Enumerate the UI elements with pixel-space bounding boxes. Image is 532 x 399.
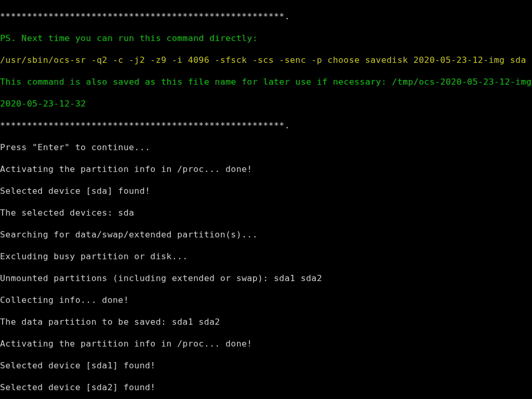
- selected-line: Selected device [sda] found!: [0, 185, 532, 196]
- screen: <Ok> <Cancel> **************************…: [0, 0, 532, 399]
- excluding-line: Excluding busy partition or disk...: [0, 251, 532, 262]
- hint-intro-line: PS. Next time you can run this command d…: [0, 33, 532, 44]
- searching-line: Searching for data/swap/extended partiti…: [0, 229, 532, 240]
- selected-line-3: Selected device [sda2] found!: [0, 382, 532, 393]
- unmounted-line: Unmounted partitions (including extended…: [0, 273, 532, 284]
- activating-line: Activating the partition info in /proc..…: [0, 164, 532, 175]
- terminal-output: ****************************************…: [0, 0, 532, 399]
- activating-line-2: Activating the partition info in /proc..…: [0, 338, 532, 349]
- press-enter-line: Press "Enter" to continue...: [0, 142, 532, 153]
- saved-as-line-a: This command is also saved as this file …: [0, 76, 532, 87]
- separator-line: ****************************************…: [0, 11, 532, 22]
- command-line: /usr/sbin/ocs-sr -q2 -c -j2 -z9 -i 4096 …: [0, 55, 532, 65]
- separator-line-2: ****************************************…: [0, 120, 532, 131]
- selected-devices: The selected devices: sda: [0, 207, 532, 218]
- selected-line-2: Selected device [sda1] found!: [0, 360, 532, 371]
- data-parts-line: The data partition to be saved: sda1 sda…: [0, 316, 532, 327]
- collecting-line: Collecting info... done!: [0, 295, 532, 305]
- saved-as-line-b: 2020-05-23-12-32: [0, 98, 532, 109]
